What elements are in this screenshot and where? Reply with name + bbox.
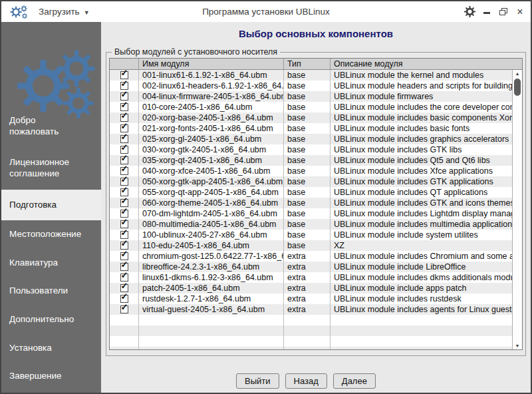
table-cell: ✓	[110, 187, 139, 198]
sidebar-item[interactable]: Добро пожаловать	[1, 115, 101, 138]
table-row[interactable]: ✓025-xorg-gl-2405-1-x86_64.ubmbaseUBLinu…	[110, 134, 512, 144]
maximize-button[interactable]	[498, 6, 509, 18]
table-cell: 080-multimedia-2405-1-x86_64.ubm	[139, 219, 284, 230]
table-row[interactable]: ✓010-core-2405-1-x86_64.ubmbaseUBLinux m…	[110, 102, 512, 112]
table-row[interactable]: ✓050-xorg-gtk-app-2405-1-x86_64.ubmbaseU…	[110, 176, 512, 187]
installer-window: Загрузить ▼ Программа установки UBLinux	[0, 0, 532, 394]
row-checkbox[interactable]: ✓	[120, 295, 128, 303]
table-cell: extra	[284, 294, 331, 304]
close-button[interactable]: ×	[515, 6, 525, 18]
column-header-description: Описание модуля	[331, 59, 522, 69]
table-cell: ✓	[110, 198, 139, 208]
sidebar-item[interactable]: Клавиатура	[1, 258, 101, 269]
row-checkbox[interactable]: ✓	[120, 103, 128, 111]
table-row[interactable]: ✓110-edu-2405-1-x86_64.ubmbaseXZ	[110, 240, 512, 251]
column-header-type: Тип	[284, 59, 331, 69]
page-title: Выбор основных компонентов	[101, 28, 531, 39]
exit-button[interactable]: Выйти	[236, 373, 279, 389]
table-row[interactable]: ✓patch-2405-1-x86_64.ubmextraUBLinux mod…	[110, 283, 512, 294]
table-row[interactable]: ✓virtual-guest-2405-1-x86_64.ubmextraUBL…	[110, 304, 512, 315]
table-row[interactable]: ✓004-linux-firmware-2405-1-x86_64.ubmbas…	[110, 91, 512, 102]
table-row[interactable]: ✓002-linux61-headers-6.1.92-1-x86_64.ubm…	[110, 81, 512, 91]
table-cell: UBLinux module includes GTK libs	[331, 144, 512, 155]
sidebar-item[interactable]: Местоположение	[1, 229, 101, 240]
window-title: Программа установки UBLinux	[1, 7, 531, 17]
row-checkbox[interactable]: ✓	[120, 146, 128, 154]
table-row[interactable]: ✓chromium-gost-125.0.6422.77-1-x86_64.ub…	[110, 251, 512, 262]
sidebar-item[interactable]: Лицензионное соглашение	[1, 157, 101, 180]
table-cell: base	[284, 144, 331, 155]
table-cell: ✓	[110, 70, 139, 81]
table-cell: UBLinux module includes agents for Linux…	[331, 304, 512, 315]
table-row[interactable]: ✓001-linux61-6.1.92-1-x86_64.ubmbaseUBLi…	[110, 70, 512, 81]
table-cell: 040-xorg-xfce-2405-1-x86_64.ubm	[139, 166, 284, 176]
table-row[interactable]: ✓040-xorg-xfce-2405-1-x86_64.ubmbaseUBLi…	[110, 166, 512, 176]
table-cell: 010-core-2405-1-x86_64.ubm	[139, 102, 284, 112]
row-checkbox[interactable]: ✓	[120, 252, 128, 260]
table-cell: UBLinux module includes rustdesk	[331, 294, 512, 304]
check-icon: ✓	[121, 91, 128, 100]
table-cell: ✓	[110, 272, 139, 283]
empty-table-row	[110, 347, 512, 349]
row-checkbox[interactable]: ✓	[120, 114, 128, 122]
row-checkbox[interactable]: ✓	[120, 274, 128, 282]
next-button[interactable]: Далее	[333, 373, 376, 389]
table-cell: extra	[284, 283, 331, 294]
table-row[interactable]: ✓070-dm-lightdm-2405-1-x86_64.ubmbaseUBL…	[110, 208, 512, 219]
close-icon: ×	[517, 7, 523, 17]
row-checkbox[interactable]: ✓	[120, 124, 128, 132]
scroll-up-icon[interactable]: ▲	[513, 71, 522, 76]
table-row[interactable]: ✓libreoffice-24.2.3-1-x86_64.ubmextraUBL…	[110, 262, 512, 272]
sidebar-item[interactable]: Пользователи	[1, 286, 101, 297]
sidebar-item[interactable]: Дополнительно	[1, 314, 101, 325]
check-icon: ✓	[121, 198, 128, 206]
row-checkbox[interactable]: ✓	[120, 220, 128, 228]
check-icon: ✓	[121, 208, 128, 217]
table-row[interactable]: ✓100-ublinux-2405-27-x86_64.ubmbaseUBLin…	[110, 230, 512, 240]
sidebar-item[interactable]: Завершение	[1, 371, 101, 382]
back-button[interactable]: Назад	[285, 373, 327, 389]
sidebar-item[interactable]: Установка	[1, 343, 101, 354]
minimize-button[interactable]	[481, 6, 492, 18]
empty-table-row	[110, 336, 512, 347]
row-checkbox[interactable]: ✓	[120, 242, 128, 250]
table-cell: ✓	[110, 81, 139, 91]
row-checkbox[interactable]: ✓	[120, 178, 128, 186]
scroll-down-icon[interactable]: ▼	[513, 343, 522, 348]
table-row[interactable]: ✓060-xorg-theme-2405-1-x86_64.ubmbaseUBL…	[110, 198, 512, 208]
table-row[interactable]: ✓021-xorg-fonts-2405-1-x86_64.ubmbaseUBL…	[110, 123, 512, 134]
row-checkbox[interactable]: ✓	[120, 167, 128, 175]
table-row[interactable]: ✓linux61-dkms-6.1.92-3-x86_64.ubmextraUB…	[110, 272, 512, 283]
row-checkbox[interactable]: ✓	[120, 231, 128, 239]
table-cell: 070-dm-lightdm-2405-1-x86_64.ubm	[139, 208, 284, 219]
table-cell	[110, 336, 139, 347]
table-row[interactable]: ✓030-xorg-gtk-2405-1-x86_64.ubmbaseUBLin…	[110, 144, 512, 155]
minimize-icon	[483, 12, 490, 14]
row-checkbox[interactable]: ✓	[120, 199, 128, 207]
table-row[interactable]: ✓080-multimedia-2405-1-x86_64.ubmbaseUBL…	[110, 219, 512, 230]
row-checkbox[interactable]: ✓	[120, 263, 128, 271]
row-checkbox[interactable]: ✓	[120, 210, 128, 218]
vertical-scrollbar[interactable]: ▲ ▼	[512, 70, 522, 349]
settings-gear-icon[interactable]	[464, 6, 475, 17]
row-checkbox[interactable]: ✓	[120, 305, 128, 313]
table-cell: extra	[284, 304, 331, 315]
row-checkbox[interactable]: ✓	[120, 135, 128, 143]
row-checkbox[interactable]: ✓	[120, 156, 128, 164]
row-checkbox[interactable]: ✓	[120, 188, 128, 196]
scrollbar-thumb[interactable]	[514, 79, 521, 96]
row-checkbox[interactable]: ✓	[120, 82, 128, 90]
table-row[interactable]: ✓rustdesk-1.2.7-1-x86_64.ubmextraUBLinux…	[110, 294, 512, 304]
row-checkbox[interactable]: ✓	[120, 284, 128, 292]
row-checkbox[interactable]: ✓	[120, 71, 128, 79]
table-row[interactable]: ✓035-xorg-qt-2405-1-x86_64.ubmbaseUBLinu…	[110, 155, 512, 166]
table-row[interactable]: ✓020-xorg-base-2405-1-x86_64.ubmbaseUBLi…	[110, 112, 512, 123]
table-cell: base	[284, 240, 331, 251]
table-row[interactable]: ✓055-xorg-qt-app-2405-1-x86_64.ubmbaseUB…	[110, 187, 512, 198]
check-icon: ✓	[121, 283, 128, 292]
row-checkbox[interactable]: ✓	[120, 93, 128, 100]
table-cell	[331, 315, 512, 325]
table-cell: chromium-gost-125.0.6422.77-1-x86_64.ubm	[139, 251, 284, 262]
table-cell	[139, 347, 284, 349]
sidebar-item[interactable]: Подготовка	[1, 190, 101, 220]
